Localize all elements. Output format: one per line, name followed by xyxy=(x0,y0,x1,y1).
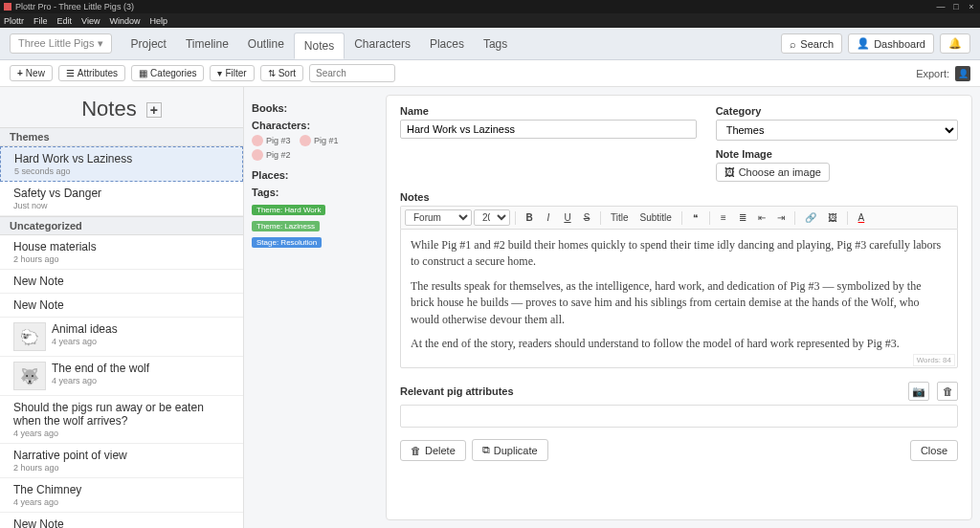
tab-places[interactable]: Places xyxy=(420,32,474,56)
delete-attr-button[interactable]: 🗑 xyxy=(937,382,958,401)
filter-button[interactable]: ▾Filter xyxy=(210,65,254,81)
avatar-icon xyxy=(252,149,263,161)
maximize-icon[interactable]: □ xyxy=(951,2,961,11)
note-image-label: Note Image xyxy=(716,148,958,160)
user-icon: 👤 xyxy=(958,69,969,78)
note-item[interactable]: New Note xyxy=(0,513,243,528)
note-item[interactable]: 🐑 Animal ideas 4 years ago xyxy=(0,318,243,357)
note-item[interactable]: Hard Work vs Laziness 5 seconds ago xyxy=(0,146,243,182)
tag-chip[interactable]: Theme: Laziness xyxy=(252,221,320,231)
duplicate-button[interactable]: ⧉Duplicate xyxy=(472,439,548,461)
note-time: 4 years ago xyxy=(13,497,230,507)
app-icon xyxy=(4,3,11,11)
menu-plottr[interactable]: Plottr xyxy=(4,16,24,26)
font-select[interactable]: Forum xyxy=(405,209,472,226)
quote-button[interactable]: ❝ xyxy=(687,210,704,225)
italic-button[interactable]: I xyxy=(540,210,557,225)
plus-icon: + xyxy=(17,68,23,78)
tab-project[interactable]: Project xyxy=(122,32,176,56)
notes-textarea[interactable]: While Pig #1 and #2 build their homes qu… xyxy=(400,229,958,368)
tab-notes[interactable]: Notes xyxy=(294,33,345,59)
add-note-button[interactable]: + xyxy=(146,102,162,118)
ul-button[interactable]: ≣ xyxy=(734,210,751,225)
content-area: Books: Characters: Pig #3 Pig #1 Pig #2 … xyxy=(244,87,980,528)
ol-button[interactable]: ≡ xyxy=(715,210,732,225)
subtitle-button[interactable]: Subtitle xyxy=(635,210,677,225)
relevant-attrs-label: Relevant pig attributes xyxy=(400,385,901,397)
note-title: The end of the wolf xyxy=(52,362,149,375)
menu-edit[interactable]: Edit xyxy=(57,16,73,26)
dashboard-button[interactable]: 👤Dashboard xyxy=(848,33,934,54)
strike-button[interactable]: S xyxy=(578,210,595,225)
main-nav: Three Little Pigs ▾ Project Timeline Out… xyxy=(0,28,980,60)
books-label: Books: xyxy=(252,102,370,114)
notes-toolbar: +New ☰Attributes ▦Categories ▾Filter ⇅So… xyxy=(0,60,980,87)
title-button[interactable]: Title xyxy=(606,210,634,225)
sort-button[interactable]: ⇅Sort xyxy=(260,65,303,81)
image-button[interactable]: 🖼 xyxy=(823,210,842,225)
character-chip[interactable]: Pig #1 xyxy=(300,135,339,146)
category-select[interactable]: Themes xyxy=(716,120,958,141)
outdent-button[interactable]: ⇤ xyxy=(753,210,770,225)
delete-button[interactable]: 🗑Delete xyxy=(400,440,466,461)
attributes-button[interactable]: ☰Attributes xyxy=(58,65,125,81)
trash-icon: 🗑 xyxy=(943,385,953,397)
note-item[interactable]: New Note xyxy=(0,294,243,318)
close-icon[interactable]: × xyxy=(967,2,976,11)
character-chip[interactable]: Pig #3 xyxy=(252,135,291,146)
places-label: Places: xyxy=(252,169,370,181)
note-title: New Note xyxy=(13,275,230,288)
menu-window[interactable]: Window xyxy=(109,16,140,26)
note-paragraph: At the end of the story, readers should … xyxy=(411,336,947,352)
underline-button[interactable]: U xyxy=(559,210,576,225)
note-time: 5 seconds ago xyxy=(14,166,229,176)
note-item[interactable]: 🐺 The end of the wolf 4 years ago xyxy=(0,357,243,396)
color-button[interactable]: A xyxy=(853,210,870,225)
avatar-icon xyxy=(300,135,311,146)
menu-file[interactable]: File xyxy=(33,16,48,26)
bold-button[interactable]: B xyxy=(521,210,538,225)
new-button[interactable]: +New xyxy=(10,65,53,81)
export-user-button[interactable]: 👤 xyxy=(955,66,970,81)
note-item[interactable]: New Note xyxy=(0,270,243,294)
window-titlebar: Plottr Pro - Three Little Pigs (3) — □ × xyxy=(0,0,980,13)
app-menubar: Plottr File Edit View Window Help xyxy=(0,13,980,28)
tag-chip[interactable]: Theme: Hard Work xyxy=(252,205,325,215)
size-select[interactable]: 20 xyxy=(474,209,510,226)
relevant-attrs-input[interactable] xyxy=(400,405,958,428)
character-chip[interactable]: Pig #2 xyxy=(252,149,291,161)
choose-image-button[interactable]: 🖼Choose an image xyxy=(716,163,830,182)
category-label: Category xyxy=(716,105,958,117)
note-item[interactable]: Safety vs Danger Just now xyxy=(0,182,243,216)
notes-label: Notes xyxy=(400,191,958,203)
note-title: New Note xyxy=(13,298,230,312)
note-item[interactable]: Should the pigs run away or be eaten whe… xyxy=(0,396,243,444)
menu-view[interactable]: View xyxy=(81,16,100,26)
search-button[interactable]: ⌕Search xyxy=(781,33,842,54)
indent-button[interactable]: ⇥ xyxy=(772,210,790,225)
name-input[interactable] xyxy=(400,120,697,139)
tab-tags[interactable]: Tags xyxy=(474,32,517,56)
project-dropdown[interactable]: Three Little Pigs ▾ xyxy=(10,33,112,54)
tab-outline[interactable]: Outline xyxy=(238,32,294,56)
avatar-icon xyxy=(252,135,263,146)
tab-timeline[interactable]: Timeline xyxy=(176,32,238,56)
tab-characters[interactable]: Characters xyxy=(345,32,420,56)
link-button[interactable]: 🔗 xyxy=(800,210,821,225)
close-button[interactable]: Close xyxy=(910,440,958,461)
note-item[interactable]: House materials 2 hours ago xyxy=(0,235,243,270)
note-title: The Chimney xyxy=(13,483,230,496)
note-title: Animal ideas xyxy=(52,322,118,336)
search-input[interactable] xyxy=(309,64,395,82)
categories-button[interactable]: ▦Categories xyxy=(131,65,204,81)
note-item[interactable]: Narrative point of view 2 hours ago xyxy=(0,444,243,478)
meta-column: Books: Characters: Pig #3 Pig #1 Pig #2 … xyxy=(244,87,378,528)
sort-icon: ⇅ xyxy=(268,68,276,78)
note-item[interactable]: The Chimney 4 years ago xyxy=(0,478,243,513)
minimize-icon[interactable]: — xyxy=(936,2,946,11)
tag-chip[interactable]: Stage: Resolution xyxy=(252,237,322,248)
menu-help[interactable]: Help xyxy=(149,16,167,26)
notes-sidebar: Notes + Themes Hard Work vs Laziness 5 s… xyxy=(0,87,244,528)
notifications-button[interactable]: 🔔 xyxy=(940,33,970,54)
add-image-button[interactable]: 📷 xyxy=(908,382,929,401)
